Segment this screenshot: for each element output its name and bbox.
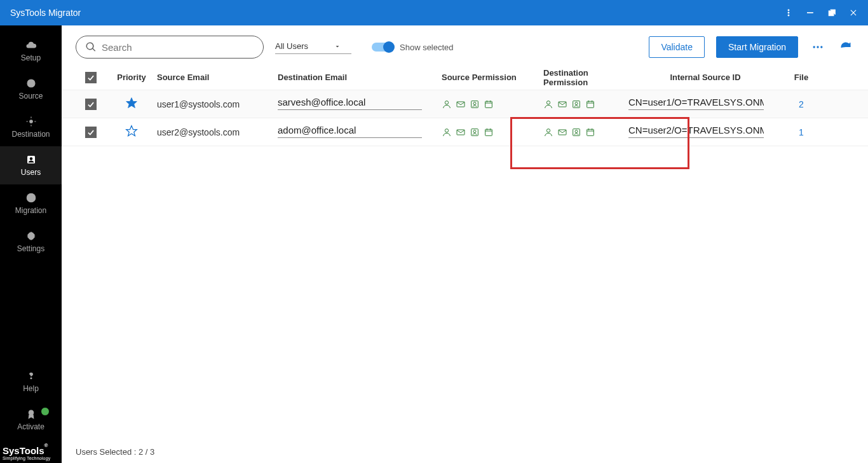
svg-point-2 xyxy=(788,15,789,16)
svg-rect-34 xyxy=(485,129,492,135)
svg-point-11 xyxy=(29,157,32,160)
calendar-icon xyxy=(484,99,494,109)
validate-button[interactable]: Validate xyxy=(649,36,705,58)
contact-icon xyxy=(470,99,480,109)
sidebar-item-label: Migration xyxy=(15,206,46,215)
row-checkbox[interactable] xyxy=(85,99,97,110)
destination-icon xyxy=(25,116,37,127)
star-outline-icon[interactable] xyxy=(125,125,138,139)
col-destination-email-header[interactable]: Destination Email xyxy=(278,73,442,82)
sidebar-item-label: Settings xyxy=(17,244,44,253)
contact-icon xyxy=(571,127,581,137)
star-filled-icon[interactable] xyxy=(125,97,138,111)
col-destination-permission-header[interactable]: Destination Permission xyxy=(543,68,628,87)
svg-point-19 xyxy=(445,100,448,104)
svg-rect-20 xyxy=(457,102,465,107)
table-header: Priority Source Email Destination Email … xyxy=(62,65,868,90)
svg-rect-36 xyxy=(559,130,566,135)
calendar-icon xyxy=(484,127,494,137)
svg-marker-18 xyxy=(126,98,137,108)
svg-point-38 xyxy=(575,130,578,132)
search-field[interactable] xyxy=(102,42,254,53)
sidebar-item-users[interactable]: Users xyxy=(0,146,62,184)
more-options-button[interactable] xyxy=(810,41,826,53)
cell-file-count[interactable]: 2 xyxy=(782,99,820,109)
cell-destination-email[interactable]: adom@office.local xyxy=(278,125,422,138)
sidebar-item-help[interactable]: Help xyxy=(0,363,62,401)
table-row[interactable]: user2@systools.com adom@office.local CN=… xyxy=(62,118,868,146)
col-source-email-header[interactable]: Source Email xyxy=(157,73,278,82)
svg-rect-25 xyxy=(559,102,566,107)
person-icon xyxy=(543,127,553,137)
maximize-icon[interactable] xyxy=(827,8,836,17)
svg-marker-29 xyxy=(126,126,137,136)
table-row[interactable]: user1@systools.com sarvesh@office.local … xyxy=(62,90,868,118)
row-checkbox[interactable] xyxy=(85,127,97,138)
toggle-label: Show selected xyxy=(400,43,454,52)
sidebar-item-label: Users xyxy=(21,168,41,177)
contact-icon xyxy=(571,99,581,109)
app-title: SysTools Migrator xyxy=(10,8,784,18)
search-input[interactable] xyxy=(76,36,264,59)
mail-icon xyxy=(456,99,466,109)
show-selected-toggle[interactable] xyxy=(372,43,393,52)
svg-point-14 xyxy=(29,410,34,415)
sidebar-item-migration[interactable]: Migration xyxy=(0,184,62,223)
status-dot-icon xyxy=(41,407,50,416)
select-all-checkbox[interactable] xyxy=(85,72,97,83)
permission-icons xyxy=(543,99,595,109)
sidebar-item-source[interactable]: Source xyxy=(0,70,62,108)
sidebar-item-settings[interactable]: Settings xyxy=(0,223,62,261)
table-body: user1@systools.com sarvesh@office.local … xyxy=(62,90,868,146)
person-icon xyxy=(543,99,553,109)
source-icon xyxy=(25,78,37,89)
svg-point-35 xyxy=(546,128,550,132)
cell-internal-id[interactable]: CN=user1/O=TRAVELSYS.ONM xyxy=(628,97,764,110)
calendar-icon xyxy=(585,127,595,137)
sidebar-item-activate[interactable]: Activate xyxy=(0,401,62,439)
close-icon[interactable] xyxy=(849,8,858,17)
selection-status: Users Selected : 2 / 3 xyxy=(76,447,154,457)
toolbar: All Users Show selected Validate Start M… xyxy=(62,25,868,65)
badge-icon xyxy=(25,408,37,420)
col-source-permission-header[interactable]: Source Permission xyxy=(442,73,543,82)
cell-internal-id[interactable]: CN=user2/O=TRAVELSYS.ONM xyxy=(628,125,764,138)
search-icon xyxy=(85,41,97,53)
gear-icon xyxy=(25,230,37,242)
sidebar-item-label: Destination xyxy=(11,130,50,139)
col-priority-header[interactable]: Priority xyxy=(106,73,157,82)
sidebar-item-label: Help xyxy=(23,384,39,393)
svg-point-24 xyxy=(546,100,550,104)
svg-point-33 xyxy=(473,130,476,132)
svg-point-17 xyxy=(820,46,822,48)
svg-point-0 xyxy=(788,10,789,11)
kebab-menu-icon[interactable] xyxy=(784,8,793,17)
sidebar-item-label: Source xyxy=(18,92,43,100)
permission-icons xyxy=(442,99,494,109)
svg-rect-39 xyxy=(587,129,594,135)
mail-icon xyxy=(557,127,567,137)
refresh-button[interactable] xyxy=(837,41,854,53)
cell-source-permission xyxy=(442,127,543,137)
cell-destination-email[interactable]: sarvesh@office.local xyxy=(278,97,422,110)
filter-dropdown[interactable]: All Users xyxy=(275,40,351,54)
calendar-icon xyxy=(585,99,595,109)
titlebar: SysTools Migrator xyxy=(0,0,868,25)
start-migration-button[interactable]: Start Migration xyxy=(716,36,798,58)
minimize-icon[interactable] xyxy=(806,8,815,17)
sidebar-item-destination[interactable]: Destination xyxy=(0,108,62,146)
cell-source-permission xyxy=(442,99,543,109)
cell-destination-permission xyxy=(543,127,628,137)
sidebar-item-setup[interactable]: Setup xyxy=(0,32,62,70)
sidebar: Setup Source Destination Users Migration… xyxy=(0,25,62,463)
mail-icon xyxy=(557,99,567,109)
col-internal-id-header[interactable]: Internal Source ID xyxy=(628,73,782,82)
svg-rect-28 xyxy=(587,101,594,107)
brand-logo: SysTools® Simplifying Technology xyxy=(0,439,62,463)
chevron-down-icon xyxy=(334,43,341,50)
cell-destination-permission xyxy=(543,99,628,109)
cell-file-count[interactable]: 1 xyxy=(782,127,820,137)
contact-icon xyxy=(470,127,480,137)
col-file-header[interactable]: File xyxy=(782,73,820,82)
svg-point-1 xyxy=(788,12,789,13)
